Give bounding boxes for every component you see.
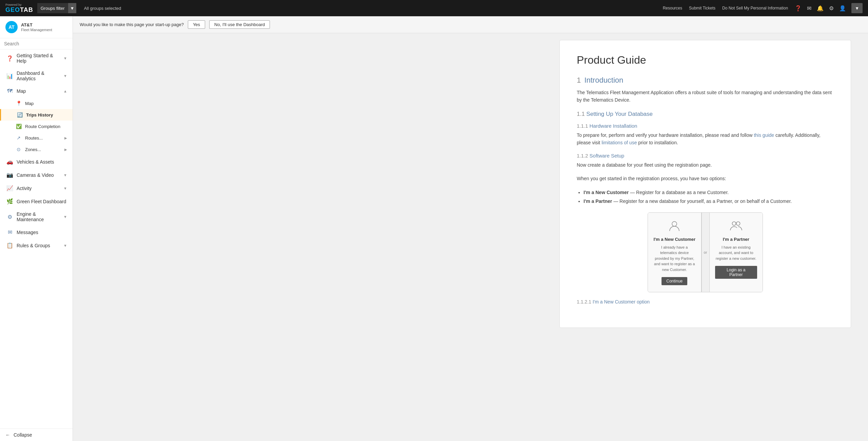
new-customer-card-desc: I already have a telematics device provi… bbox=[653, 245, 696, 273]
vehicles-label: Vehicles & Assets bbox=[17, 159, 67, 165]
map-label: Map bbox=[17, 88, 60, 94]
sidebar-item-green-fleet[interactable]: 🌿 Green Fleet Dashboard bbox=[0, 195, 73, 208]
green-fleet-label: Green Fleet Dashboard bbox=[17, 199, 67, 204]
user-dropdown-button[interactable]: ▼ bbox=[851, 3, 863, 13]
routes-arrow: ▶ bbox=[64, 136, 67, 140]
section-1-title: Introduction bbox=[584, 76, 623, 84]
settings-icon[interactable]: ⚙ bbox=[829, 5, 834, 12]
route-completion-icon: ✅ bbox=[16, 124, 22, 129]
section-1-1-number: 1.1 bbox=[577, 111, 586, 117]
messages-label: Messages bbox=[17, 230, 67, 235]
svg-point-2 bbox=[736, 222, 740, 225]
brand-header: AT AT&T Fleet Management bbox=[0, 16, 73, 38]
logo-geotab-text: GEOTAB bbox=[5, 6, 33, 14]
sidebar-item-getting-started[interactable]: ❓ Getting Started & Help ▼ bbox=[0, 49, 73, 67]
option-partner: I'm a Partner — Register for a new datab… bbox=[584, 197, 834, 206]
section-1-number: 1 bbox=[577, 76, 581, 84]
map-sub-icon: 📍 bbox=[16, 101, 22, 106]
new-customer-bold: I'm a New Customer bbox=[584, 190, 629, 195]
trips-history-icon: 🔄 bbox=[17, 112, 23, 118]
separator-text: or bbox=[704, 250, 707, 254]
search-input[interactable] bbox=[4, 41, 68, 46]
activity-icon: 📈 bbox=[6, 185, 13, 191]
sidebar-item-trips-history[interactable]: 🔄 Trips History bbox=[0, 109, 73, 121]
rules-groups-icon: 📋 bbox=[6, 242, 13, 249]
logo-powered-text: Powered by bbox=[5, 3, 33, 6]
no-dashboard-button[interactable]: No, I'll use the Dashboard bbox=[209, 20, 270, 29]
sidebar-item-rules-groups[interactable]: 📋 Rules & Groups ▼ bbox=[0, 239, 73, 252]
vehicles-icon: 🚗 bbox=[6, 159, 13, 165]
sidebar-item-zones[interactable]: ⊙ Zones... ▶ bbox=[0, 144, 73, 155]
partner-text: — Register for a new database for yourse… bbox=[613, 198, 792, 204]
new-customer-card-icon bbox=[653, 219, 696, 234]
help-icon[interactable]: ❓ bbox=[795, 5, 802, 12]
top-bar-left: Powered by GEOTAB Groups filter ▼ All gr… bbox=[5, 3, 121, 14]
groups-filter-dropdown[interactable]: ▼ bbox=[68, 3, 77, 13]
getting-started-icon: ❓ bbox=[6, 55, 13, 62]
do-not-sell-link[interactable]: Do Not Sell My Personal Information bbox=[722, 6, 788, 10]
startup-bar: Would you like to make this page your st… bbox=[73, 16, 868, 33]
route-completion-label: Route Completion bbox=[25, 124, 60, 129]
login-as-partner-button[interactable]: Login as a Partner bbox=[715, 266, 757, 279]
section-1-1-2-title: Software Setup bbox=[590, 153, 625, 159]
brand-logo: AT bbox=[5, 21, 18, 33]
resources-link[interactable]: Resources bbox=[663, 6, 682, 10]
brand-info: AT&T Fleet Management bbox=[21, 22, 52, 32]
user-icon[interactable]: 👤 bbox=[839, 5, 846, 12]
sidebar-item-messages[interactable]: ✉ Messages bbox=[0, 226, 73, 239]
search-row bbox=[0, 38, 73, 49]
partner-card-title: I'm a Partner bbox=[715, 237, 757, 242]
content-area: Product Guide 1 Introduction The Telemat… bbox=[73, 33, 868, 335]
groups-filter-button[interactable]: Groups filter bbox=[37, 3, 68, 13]
map-icon: 🗺 bbox=[6, 88, 13, 94]
collapse-button[interactable]: ← Collapse bbox=[0, 428, 73, 441]
sidebar-item-dashboard[interactable]: 📊 Dashboard & Analytics ▼ bbox=[0, 67, 73, 85]
section-1-1-1-body: To prepare for, perform and verify your … bbox=[577, 131, 834, 147]
sidebar-item-activity[interactable]: 📈 Activity ▼ bbox=[0, 182, 73, 195]
zones-icon: ⊙ bbox=[16, 147, 22, 152]
this-guide-link[interactable]: this guide bbox=[754, 132, 774, 138]
main-content: Product Guide 1 Introduction The Telemat… bbox=[73, 16, 868, 441]
brand-name: AT&T bbox=[21, 22, 52, 28]
continue-button[interactable]: Continue bbox=[662, 277, 687, 285]
sidebar-item-cameras[interactable]: 📷 Cameras & Video ▼ bbox=[0, 168, 73, 182]
section-1-1-2-1-heading: 1.1.2.1 I'm a New Customer option bbox=[577, 299, 834, 304]
bell-icon[interactable]: 🔔 bbox=[817, 5, 824, 12]
rules-groups-arrow: ▼ bbox=[63, 244, 67, 248]
green-fleet-icon: 🌿 bbox=[6, 198, 13, 205]
section-1-1-2-1-title: I'm a New Customer option bbox=[593, 299, 650, 304]
top-bar-icons: ❓ ✉ 🔔 ⚙ 👤 ▼ bbox=[795, 3, 863, 13]
yes-button[interactable]: Yes bbox=[188, 20, 205, 29]
partner-bold: I'm a Partner bbox=[584, 198, 612, 204]
card-separator: or bbox=[702, 213, 710, 292]
svg-point-1 bbox=[732, 222, 736, 225]
mail-icon[interactable]: ✉ bbox=[807, 5, 811, 12]
sidebar-item-vehicles[interactable]: 🚗 Vehicles & Assets bbox=[0, 155, 73, 168]
submit-tickets-link[interactable]: Submit Tickets bbox=[689, 6, 715, 10]
dashboard-label: Dashboard & Analytics bbox=[17, 70, 60, 81]
option-new-customer: I'm a New Customer — Register for a data… bbox=[584, 188, 834, 197]
sidebar-item-engine[interactable]: ⚙ Engine & Maintenance ▼ bbox=[0, 208, 73, 226]
section-1-1-1-heading: 1.1.1 Hardware Installation bbox=[577, 123, 834, 129]
cameras-icon: 📷 bbox=[6, 172, 13, 178]
limitations-of-use-link[interactable]: limitations of use bbox=[601, 140, 637, 145]
new-customer-card-title: I'm a New Customer bbox=[653, 237, 696, 242]
options-list: I'm a New Customer — Register for a data… bbox=[584, 188, 834, 205]
sidebar-item-map[interactable]: 🗺 Map ▲ bbox=[0, 85, 73, 98]
groups-filter-label: Groups filter bbox=[41, 6, 65, 11]
trips-history-label: Trips History bbox=[26, 112, 53, 118]
section-1-1-2-1-number: 1.1.2.1 bbox=[577, 299, 593, 304]
section-1-1-1-title: Hardware Installation bbox=[590, 123, 637, 129]
dashboard-arrow: ▼ bbox=[63, 74, 67, 78]
brand-sub: Fleet Management bbox=[21, 28, 52, 32]
sidebar-item-map-sub[interactable]: 📍 Map bbox=[0, 98, 73, 109]
section-1-1-title: Setting Up Your Database bbox=[586, 111, 653, 117]
sidebar-item-route-completion[interactable]: ✅ Route Completion bbox=[0, 121, 73, 132]
cameras-arrow: ▼ bbox=[63, 173, 67, 177]
section-1-1-2-number: 1.1.2 bbox=[577, 153, 590, 159]
sidebar-item-routes[interactable]: ↗ Routes... ▶ bbox=[0, 132, 73, 144]
routes-icon: ↗ bbox=[16, 135, 22, 141]
routes-label: Routes... bbox=[25, 135, 43, 141]
section-1-body: The Telematics Fleet Management Applicat… bbox=[577, 89, 834, 104]
getting-started-label: Getting Started & Help bbox=[17, 53, 60, 64]
